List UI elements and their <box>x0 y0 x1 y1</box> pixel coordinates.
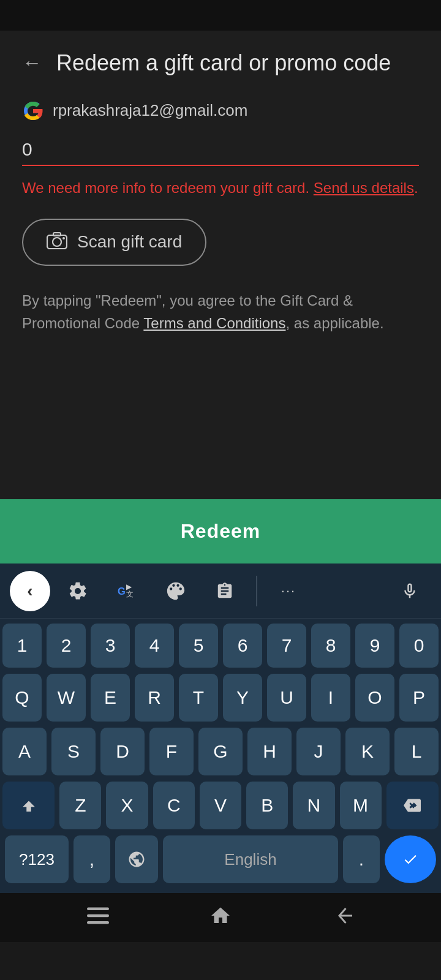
nav-bar <box>0 893 441 942</box>
keyboard-palette-button[interactable] <box>154 570 197 612</box>
key-n[interactable]: N <box>293 782 334 829</box>
google-icon <box>22 100 44 122</box>
key-8[interactable]: 8 <box>311 624 350 668</box>
keyboard-translate-button[interactable]: G ▶ 文 <box>105 570 148 612</box>
key-r[interactable]: R <box>135 674 174 722</box>
key-m[interactable]: M <box>340 782 382 829</box>
key-v[interactable]: V <box>200 782 241 829</box>
scan-button-label: Scan gift card <box>77 232 182 252</box>
toolbar-divider <box>256 576 257 606</box>
key-3[interactable]: 3 <box>91 624 130 668</box>
svg-point-1 <box>53 238 61 246</box>
shift-key[interactable] <box>2 782 55 829</box>
key-k[interactable]: K <box>345 728 390 775</box>
keyboard-back-button[interactable]: ‹ <box>10 571 50 611</box>
comma-key[interactable]: , <box>74 835 110 883</box>
key-u[interactable]: U <box>267 674 306 722</box>
nav-back-icon[interactable] <box>332 905 354 931</box>
keyboard-mic-button[interactable] <box>388 570 431 612</box>
account-email: rprakashraja12@gmail.com <box>53 101 247 120</box>
nav-menu-icon[interactable] <box>87 907 109 929</box>
key-e[interactable]: E <box>91 674 130 722</box>
key-x[interactable]: X <box>106 782 148 829</box>
main-content: ← Redeem a gift card or promo code rprak… <box>0 31 441 564</box>
key-7[interactable]: 7 <box>267 624 306 668</box>
svg-rect-7 <box>87 907 109 910</box>
svg-rect-8 <box>87 914 109 917</box>
account-row: rprakashraja12@gmail.com <box>22 100 419 122</box>
key-p[interactable]: P <box>399 674 439 722</box>
key-5[interactable]: 5 <box>179 624 218 668</box>
key-i[interactable]: I <box>311 674 350 722</box>
key-q[interactable]: Q <box>2 674 42 722</box>
enter-key[interactable] <box>385 835 436 883</box>
qwerty-row: Q W E R T Y U I O P <box>2 674 439 722</box>
key-d[interactable]: D <box>100 728 145 775</box>
nav-home-icon[interactable] <box>209 905 232 931</box>
header: ← Redeem a gift card or promo code <box>22 49 419 78</box>
key-b[interactable]: B <box>246 782 288 829</box>
key-t[interactable]: T <box>179 674 218 722</box>
terms-link[interactable]: Terms and Conditions <box>143 315 285 331</box>
bottom-row: ?123 , English . <box>2 835 439 888</box>
svg-rect-9 <box>87 921 109 924</box>
key-a[interactable]: A <box>2 728 47 775</box>
svg-point-3 <box>62 237 65 239</box>
space-key[interactable]: English <box>163 835 338 883</box>
key-g[interactable]: G <box>198 728 243 775</box>
zxcv-row: Z X C V B N M <box>2 782 439 829</box>
key-1[interactable]: 1 <box>2 624 42 668</box>
period-key[interactable]: . <box>343 835 380 883</box>
key-6[interactable]: 6 <box>223 624 262 668</box>
svg-rect-2 <box>53 233 61 236</box>
key-y[interactable]: Y <box>223 674 262 722</box>
key-0[interactable]: 0 <box>399 624 439 668</box>
num-switch-key[interactable]: ?123 <box>5 835 69 883</box>
key-s[interactable]: S <box>51 728 96 775</box>
keyboard-more-button[interactable]: ··· <box>267 570 310 612</box>
number-row: 1 2 3 4 5 6 7 8 9 0 <box>2 624 439 668</box>
status-bar <box>0 0 441 31</box>
terms-text: By tapping "Redeem", you agree to the Gi… <box>22 289 419 334</box>
key-j[interactable]: J <box>296 728 341 775</box>
svg-text:G: G <box>118 586 126 597</box>
key-h[interactable]: H <box>247 728 292 775</box>
keyboard-toolbar: ‹ G ▶ 文 ··· <box>0 564 441 619</box>
key-9[interactable]: 9 <box>355 624 394 668</box>
key-w[interactable]: W <box>47 674 86 722</box>
key-2[interactable]: 2 <box>47 624 86 668</box>
key-f[interactable]: F <box>149 728 194 775</box>
scan-gift-card-button[interactable]: Scan gift card <box>22 219 206 266</box>
keyboard-clipboard-button[interactable] <box>203 570 246 612</box>
redeem-button[interactable]: Redeem <box>0 499 441 564</box>
keyboard: 1 2 3 4 5 6 7 8 9 0 Q W E R T Y U I O P … <box>0 619 441 893</box>
globe-key[interactable] <box>115 835 158 883</box>
key-o[interactable]: O <box>355 674 394 722</box>
key-c[interactable]: C <box>153 782 195 829</box>
key-l[interactable]: L <box>394 728 439 775</box>
backspace-key[interactable] <box>386 782 439 829</box>
back-button[interactable]: ← <box>22 51 42 74</box>
asdf-row: A S D F G H J K L <box>2 728 439 775</box>
camera-icon <box>47 231 67 254</box>
send-details-link[interactable]: Send us details <box>314 179 414 196</box>
promo-code-input[interactable] <box>22 135 419 166</box>
input-container <box>22 135 419 166</box>
key-4[interactable]: 4 <box>135 624 174 668</box>
error-message: We need more info to redeem your gift ca… <box>22 177 419 199</box>
keyboard-area: ‹ G ▶ 文 ··· 1 2 3 4 <box>0 564 441 893</box>
keyboard-settings-button[interactable] <box>56 570 99 612</box>
key-z[interactable]: Z <box>59 782 101 829</box>
svg-text:文: 文 <box>126 590 134 598</box>
page-title: Redeem a gift card or promo code <box>56 49 391 78</box>
